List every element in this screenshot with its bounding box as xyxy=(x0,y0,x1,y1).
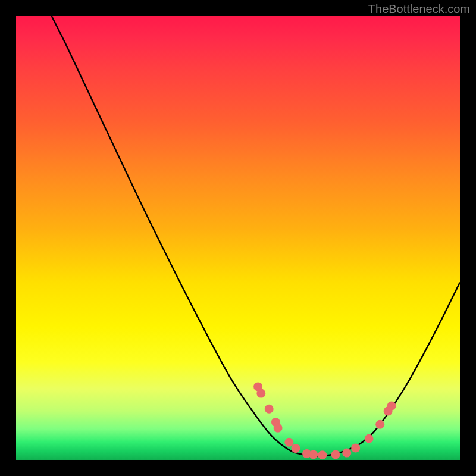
watermark-text: TheBottleneck.com xyxy=(368,2,470,16)
data-point xyxy=(387,402,396,411)
data-point xyxy=(365,434,374,443)
data-point xyxy=(256,389,265,398)
data-point xyxy=(265,405,274,414)
chart-container: TheBottleneck.com xyxy=(0,0,476,476)
data-point xyxy=(318,450,327,459)
data-point xyxy=(284,438,293,447)
data-point xyxy=(375,420,384,429)
data-point xyxy=(351,443,360,452)
data-points-group xyxy=(253,382,396,459)
data-point xyxy=(309,450,318,459)
data-point xyxy=(274,424,283,433)
data-point xyxy=(342,449,351,458)
data-point xyxy=(331,450,340,459)
chart-svg xyxy=(16,16,460,460)
data-point xyxy=(292,444,300,453)
